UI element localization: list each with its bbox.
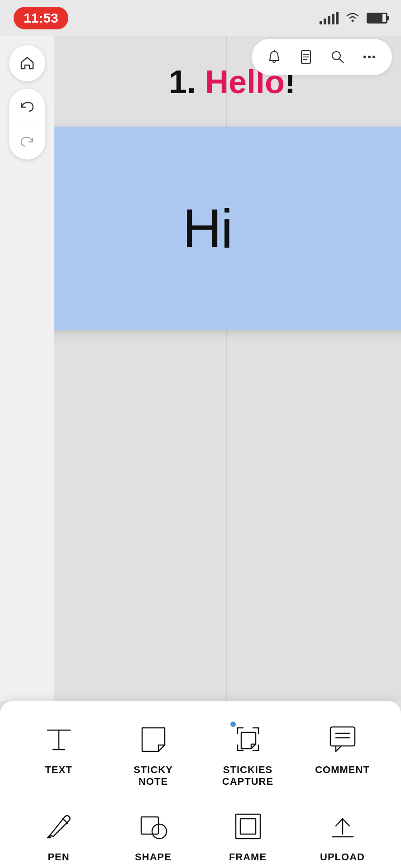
frame-icon bbox=[228, 806, 268, 847]
svg-rect-18 bbox=[236, 814, 260, 839]
heading-number: 1. bbox=[169, 64, 205, 100]
text-label: TEXT bbox=[45, 764, 72, 776]
svg-line-6 bbox=[339, 59, 344, 63]
text-icon bbox=[38, 719, 79, 760]
svg-rect-13 bbox=[330, 727, 355, 746]
notification-button[interactable] bbox=[261, 43, 288, 71]
redo-button[interactable] bbox=[14, 128, 41, 155]
tool-dot-indicator bbox=[230, 722, 236, 727]
tool-stickies-capture[interactable]: STICKIESCAPTURE bbox=[203, 714, 293, 793]
tool-comment[interactable]: COMMENT bbox=[297, 714, 387, 793]
more-button[interactable] bbox=[356, 43, 383, 71]
status-icons bbox=[320, 10, 387, 26]
status-time: 11:53 bbox=[14, 7, 68, 29]
upload-label: UPLOAD bbox=[320, 851, 365, 863]
toolbar-grid: TEXT STICKYNOTE bbox=[9, 714, 392, 868]
upload-icon bbox=[322, 806, 363, 847]
signal-icon bbox=[320, 12, 339, 24]
svg-point-8 bbox=[368, 56, 371, 58]
sticky-note-icon bbox=[133, 719, 174, 760]
undo-button[interactable] bbox=[14, 93, 41, 120]
search-button[interactable] bbox=[324, 43, 351, 71]
tool-sticky-note[interactable]: STICKYNOTE bbox=[108, 714, 198, 793]
home-button[interactable] bbox=[9, 45, 45, 81]
frame-label: FRAME bbox=[229, 851, 267, 863]
tool-text[interactable]: TEXT bbox=[14, 714, 104, 793]
wifi-icon bbox=[345, 10, 360, 26]
comment-label: COMMENT bbox=[315, 764, 370, 776]
sticky-note-label: STICKYNOTE bbox=[134, 764, 173, 788]
document-button[interactable] bbox=[292, 43, 320, 71]
svg-point-9 bbox=[372, 56, 375, 58]
stickies-capture-icon bbox=[228, 719, 268, 760]
pen-label: PEN bbox=[48, 851, 69, 863]
status-bar: 11:53 bbox=[0, 0, 401, 36]
tool-pen[interactable]: PEN bbox=[14, 802, 104, 868]
svg-point-7 bbox=[363, 56, 366, 58]
left-sidebar bbox=[0, 36, 54, 701]
shape-label: SHAPE bbox=[135, 851, 172, 863]
pen-icon bbox=[38, 806, 79, 847]
stickies-capture-label: STICKIESCAPTURE bbox=[222, 764, 273, 788]
sticky-note-blue: Hi bbox=[54, 127, 401, 330]
top-header bbox=[252, 39, 392, 75]
tool-frame[interactable]: FRAME bbox=[203, 802, 293, 868]
bottom-toolbar: TEXT STICKYNOTE bbox=[0, 701, 401, 868]
tool-shape[interactable]: SHAPE bbox=[108, 802, 198, 868]
undo-redo-group bbox=[9, 89, 45, 160]
svg-rect-19 bbox=[240, 819, 256, 834]
sticky-note-content: Hi bbox=[182, 197, 232, 259]
svg-point-17 bbox=[152, 824, 167, 839]
shape-icon bbox=[133, 806, 174, 847]
tool-upload[interactable]: UPLOAD bbox=[297, 802, 387, 868]
canvas-area: 1. Hello! Hi bbox=[54, 36, 401, 701]
comment-icon bbox=[322, 719, 363, 760]
svg-point-0 bbox=[352, 19, 354, 22]
battery-icon bbox=[367, 13, 387, 24]
